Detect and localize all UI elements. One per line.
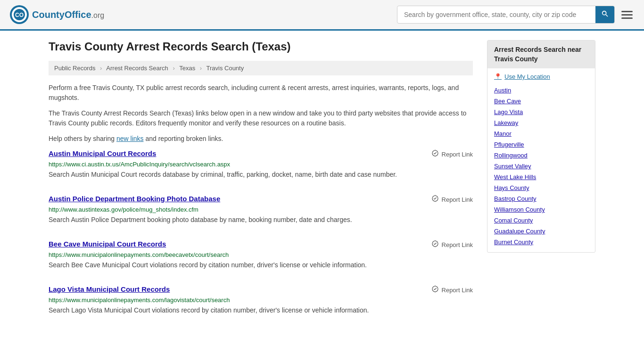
search-button[interactable] (595, 6, 614, 23)
result-url-3[interactable]: https://www.municipalonlinepayments.com/… (49, 296, 473, 304)
svg-line-5 (606, 15, 608, 16)
breadcrumb-arrest-records[interactable]: Arrest Records Search (106, 65, 168, 72)
report-link-1[interactable]: Report Link (431, 195, 473, 204)
result-item: Austin Police Department Booking Photo D… (49, 195, 473, 227)
sidebar-link-hays-county[interactable]: Hays County (494, 182, 588, 193)
svg-text:CO: CO (15, 12, 24, 18)
breadcrumb-sep-1: › (100, 65, 102, 72)
result-title-2[interactable]: Bee Cave Municipal Court Records (49, 240, 166, 248)
breadcrumb-texas[interactable]: Texas (179, 65, 195, 72)
sidebar-links-container: AustinBee CaveLago VistaLakewayManorPflu… (494, 85, 588, 247)
result-title-1[interactable]: Austin Police Department Booking Photo D… (49, 195, 220, 203)
breadcrumb-public-records[interactable]: Public Records (54, 65, 95, 72)
result-desc-3: Search Lago Vista Municipal Court violat… (49, 305, 473, 315)
result-url-2[interactable]: https://www.municipalonlinepayments.com/… (49, 251, 473, 258)
report-icon-0 (431, 149, 439, 159)
result-title-row: Lago Vista Municipal Court Records Repor… (49, 285, 473, 295)
search-icon (601, 10, 609, 17)
sidebar-link-sunset-valley[interactable]: Sunset Valley (494, 161, 588, 172)
result-desc-2: Search Bee Cave Municipal Court violatio… (49, 260, 473, 270)
result-title-row: Austin Municipal Court Records Report Li… (49, 149, 473, 159)
logo-icon: CO (9, 5, 29, 25)
main-container: Travis County Arrest Records Search (Tex… (39, 31, 605, 340)
result-title-3[interactable]: Lago Vista Municipal Court Records (49, 285, 170, 293)
sidebar-title: Arrest Records Search near Travis County (487, 41, 595, 68)
header-right (397, 6, 635, 24)
result-desc-1: Search Austin Police Department booking … (49, 215, 473, 225)
report-link-3[interactable]: Report Link (431, 285, 473, 295)
report-icon-1 (431, 195, 439, 204)
logo[interactable]: CO CountyOffice.org (9, 5, 104, 25)
report-icon-3 (431, 285, 439, 295)
sidebar-link-austin[interactable]: Austin (494, 85, 588, 96)
search-bar (397, 6, 615, 24)
new-links-link[interactable]: new links (116, 135, 144, 142)
results-container: Austin Municipal Court Records Report Li… (49, 149, 473, 317)
breadcrumb-travis-county[interactable]: Travis County (206, 65, 244, 72)
search-input[interactable] (397, 7, 595, 22)
breadcrumb-sep-2: › (173, 65, 174, 72)
menu-line-3 (621, 17, 633, 19)
sidebar: Arrest Records Search near Travis County… (487, 40, 595, 330)
sidebar-list: 📍 Use My Location AustinBee CaveLago Vis… (487, 68, 595, 252)
result-item: Bee Cave Municipal Court Records Report … (49, 240, 473, 272)
sidebar-link-burnet-county[interactable]: Burnet County (494, 237, 588, 247)
result-title-row: Bee Cave Municipal Court Records Report … (49, 240, 473, 249)
sidebar-link-lakeway[interactable]: Lakeway (494, 117, 588, 128)
location-pin-icon: 📍 (494, 73, 502, 80)
use-my-location-label: Use My Location (504, 73, 550, 80)
site-header: CO CountyOffice.org (0, 0, 644, 31)
result-url-1[interactable]: http://www.austintexas.gov/police/mug_sh… (49, 206, 473, 213)
sidebar-link-manor[interactable]: Manor (494, 128, 588, 139)
sidebar-link-guadalupe-county[interactable]: Guadalupe County (494, 226, 588, 237)
menu-line-2 (621, 14, 633, 16)
use-my-location-button[interactable]: 📍 Use My Location (494, 73, 550, 80)
result-title-0[interactable]: Austin Municipal Court Records (49, 149, 156, 157)
sidebar-link-rollingwood[interactable]: Rollingwood (494, 150, 588, 161)
sidebar-link-west-lake-hills[interactable]: West Lake Hills (494, 172, 588, 182)
description-para2: The Travis County Arrest Records Search … (49, 108, 473, 128)
content-area: Travis County Arrest Records Search (Tex… (49, 40, 473, 330)
menu-line-1 (621, 11, 633, 12)
breadcrumb: Public Records › Arrest Records Search ›… (49, 61, 473, 75)
menu-button[interactable] (619, 9, 635, 21)
sidebar-link-pflugerville[interactable]: Pflugerville (494, 139, 588, 150)
description-para3: Help others by sharing new links and rep… (49, 134, 473, 144)
sidebar-link-lago-vista[interactable]: Lago Vista (494, 107, 588, 117)
result-item: Austin Municipal Court Records Report Li… (49, 149, 473, 181)
report-link-0[interactable]: Report Link (431, 149, 473, 159)
result-title-row: Austin Police Department Booking Photo D… (49, 195, 473, 204)
result-item: Lago Vista Municipal Court Records Repor… (49, 285, 473, 317)
sidebar-link-bee-cave[interactable]: Bee Cave (494, 96, 588, 107)
report-icon-2 (431, 240, 439, 249)
result-desc-0: Search Austin Municipal Court records da… (49, 170, 473, 180)
svg-point-4 (603, 11, 606, 15)
sidebar-link-williamson-county[interactable]: Williamson County (494, 204, 588, 215)
page-title: Travis County Arrest Records Search (Tex… (49, 40, 473, 53)
report-link-2[interactable]: Report Link (431, 240, 473, 249)
sidebar-box: Arrest Records Search near Travis County… (487, 40, 595, 253)
breadcrumb-sep-3: › (200, 65, 202, 72)
sidebar-link-comal-county[interactable]: Comal County (494, 215, 588, 226)
result-url-0[interactable]: https://www.ci.austin.tx.us/AmcPublicInq… (49, 161, 473, 168)
description-para1: Perform a free Travis County, TX public … (49, 83, 473, 103)
sidebar-link-bastrop-county[interactable]: Bastrop County (494, 193, 588, 204)
logo-text: CountyOffice.org (32, 9, 104, 20)
